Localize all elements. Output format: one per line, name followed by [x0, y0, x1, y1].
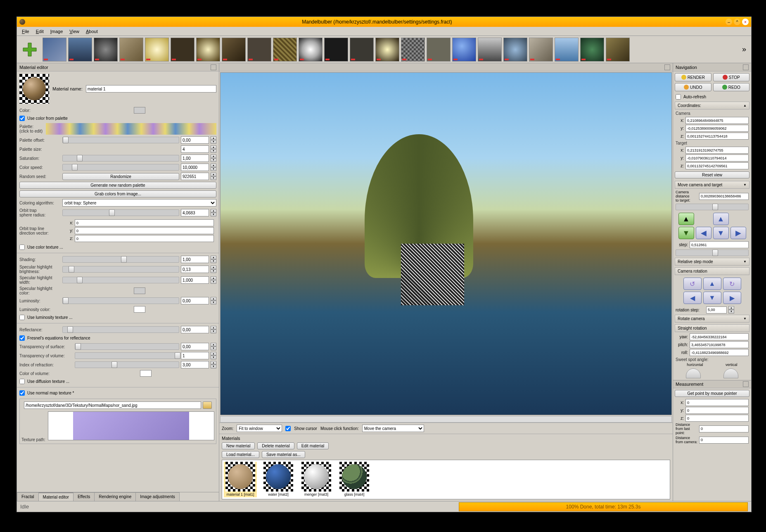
- orbit-x-input[interactable]: [75, 219, 214, 226]
- transp-volume-input[interactable]: [181, 352, 209, 359]
- tgt-y-input[interactable]: [685, 154, 749, 162]
- click-function-select[interactable]: Move the camera: [362, 425, 424, 432]
- preset-thumb[interactable]: [222, 38, 246, 62]
- tab-image-adjustments[interactable]: Image adjustments: [135, 492, 180, 501]
- rotate-up-button[interactable]: ▲: [703, 278, 721, 290]
- preset-thumb[interactable]: [401, 38, 425, 62]
- cam-rotation-header[interactable]: Camera rotation: [675, 267, 749, 275]
- volume-color-swatch[interactable]: [140, 370, 152, 377]
- grab-colors-button[interactable]: Grab colors from image...: [19, 190, 216, 197]
- normal-map-path-input[interactable]: [24, 401, 201, 409]
- menu-file[interactable]: File: [19, 28, 33, 35]
- preset-thumb[interactable]: [68, 38, 92, 62]
- preset-thumb[interactable]: [606, 38, 630, 62]
- preset-thumb[interactable]: [324, 38, 348, 62]
- rot-step-input[interactable]: [706, 306, 727, 314]
- spec-color-swatch[interactable]: [134, 287, 145, 294]
- preset-thumb[interactable]: [196, 38, 220, 62]
- new-material-button[interactable]: New material: [222, 442, 255, 449]
- palette-offset-slider[interactable]: [62, 137, 179, 143]
- step-input[interactable]: [690, 241, 749, 248]
- maximize-button[interactable]: ^: [734, 19, 740, 25]
- preset-thumb[interactable]: [247, 38, 271, 62]
- saturation-input[interactable]: [181, 154, 209, 162]
- orbit-y-input[interactable]: [75, 227, 214, 234]
- preset-thumb[interactable]: [452, 38, 476, 62]
- spinner[interactable]: ▲▼: [211, 343, 216, 350]
- tgt-z-input[interactable]: [685, 162, 749, 169]
- straight-rotation-header[interactable]: Straight rotation: [675, 324, 749, 332]
- rotate-right-button[interactable]: ▶: [723, 292, 741, 304]
- spinner[interactable]: ▲▼: [211, 276, 216, 284]
- spinner[interactable]: ▲▼: [211, 326, 216, 333]
- material-item[interactable]: water [mat2]: [262, 462, 295, 497]
- color-speed-input[interactable]: [181, 164, 209, 171]
- titlebar[interactable]: Mandelbulber (/home/krzysztof/.mandelbul…: [17, 17, 751, 27]
- step-slider[interactable]: [676, 249, 749, 256]
- material-item[interactable]: glass [mat4]: [338, 462, 371, 497]
- material-name-input[interactable]: [86, 85, 216, 93]
- orbit-z-input[interactable]: [75, 235, 214, 242]
- orbit-radius-slider[interactable]: [62, 209, 179, 216]
- use-diffusion-texture-checkbox[interactable]: [19, 379, 25, 384]
- tab-fractal[interactable]: Fractal: [17, 492, 39, 501]
- tab-effects[interactable]: Effects: [73, 492, 95, 501]
- preset-thumb[interactable]: [145, 38, 169, 62]
- menu-edit[interactable]: Edit: [33, 28, 47, 35]
- use-normal-map-checkbox[interactable]: [19, 390, 25, 396]
- stop-button[interactable]: STOP: [713, 73, 750, 81]
- preset-thumb[interactable]: [171, 38, 194, 62]
- render-button[interactable]: RENDER: [675, 73, 711, 81]
- preset-thumb[interactable]: [580, 38, 604, 62]
- preset-thumb[interactable]: [555, 38, 579, 62]
- meas-y-input[interactable]: [685, 407, 749, 414]
- ior-input[interactable]: [181, 361, 209, 368]
- preset-thumb[interactable]: [94, 38, 118, 62]
- transp-surface-input[interactable]: [181, 343, 209, 350]
- file-browse-button[interactable]: [203, 401, 212, 409]
- redo-button[interactable]: REDO: [713, 83, 750, 91]
- move-forward-button[interactable]: ▲: [678, 213, 694, 225]
- undock-icon[interactable]: [743, 64, 749, 70]
- spinner[interactable]: ▲▼: [211, 256, 216, 263]
- horizontal-knob[interactable]: [686, 368, 701, 378]
- roll-input[interactable]: [690, 349, 749, 356]
- reset-view-button[interactable]: Reset view: [675, 171, 749, 178]
- rotate-camera-header[interactable]: Rotate camera▼: [675, 315, 749, 323]
- menu-about[interactable]: About: [83, 28, 101, 35]
- spinner[interactable]: ▲▼: [211, 361, 216, 368]
- move-right-button[interactable]: ▶: [730, 227, 746, 239]
- toolbar-overflow[interactable]: »: [739, 45, 749, 54]
- spinner[interactable]: ▲▼: [211, 145, 216, 153]
- render-view[interactable]: [220, 72, 672, 415]
- shading-input[interactable]: [181, 256, 209, 263]
- undock-icon[interactable]: [743, 381, 749, 387]
- spec-bright-input[interactable]: [181, 266, 209, 273]
- rotate-cw-button[interactable]: ↻: [723, 278, 741, 290]
- spinner[interactable]: ▲▼: [211, 209, 216, 216]
- luminosity-color-swatch[interactable]: [134, 306, 145, 313]
- reflectance-input[interactable]: [181, 326, 209, 333]
- undock-icon[interactable]: [664, 64, 670, 70]
- spinner[interactable]: ▲▼: [211, 154, 216, 162]
- cam-y-input[interactable]: [685, 125, 749, 132]
- spinner[interactable]: ▲▼: [211, 266, 216, 273]
- dist-cam-input[interactable]: [699, 437, 749, 444]
- color-speed-slider[interactable]: [62, 164, 179, 171]
- palette-offset-input[interactable]: [181, 136, 209, 144]
- spinner[interactable]: ▲▼: [211, 136, 216, 144]
- menu-view[interactable]: View: [66, 28, 83, 35]
- ior-slider[interactable]: [75, 361, 179, 368]
- coloring-algo-select[interactable]: orbit trap: Sphere: [62, 199, 216, 207]
- palette-strip[interactable]: [46, 123, 216, 135]
- transp-volume-slider[interactable]: [75, 352, 179, 359]
- spinner[interactable]: ▲▼: [728, 306, 734, 314]
- cam-dist-slider[interactable]: [676, 204, 749, 210]
- move-camera-header[interactable]: Move camera and target▼: [675, 181, 749, 189]
- spinner[interactable]: ▲▼: [211, 173, 216, 180]
- reflectance-slider[interactable]: [62, 326, 179, 333]
- preset-thumb[interactable]: [119, 38, 143, 62]
- randomize-button[interactable]: Randomize: [62, 173, 179, 180]
- use-palette-checkbox[interactable]: [19, 116, 25, 121]
- shading-slider[interactable]: [62, 256, 179, 263]
